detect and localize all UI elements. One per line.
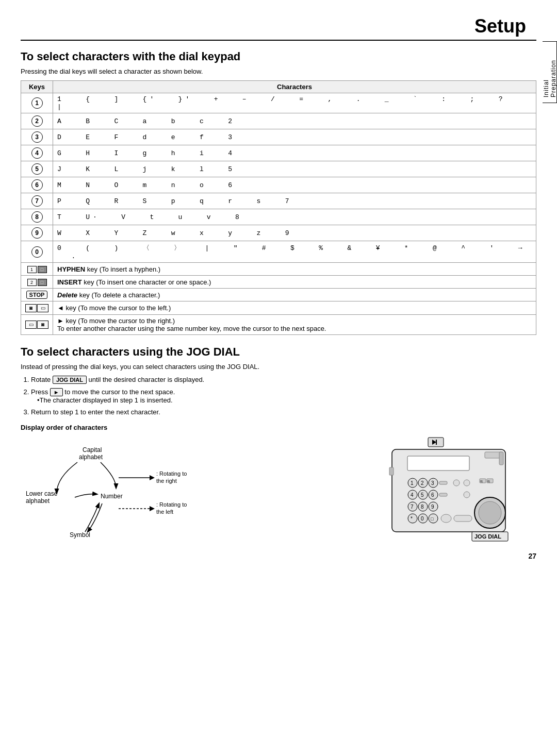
stop-key-icon: STOP — [26, 291, 48, 299]
key-circle-2: 2 — [31, 115, 43, 127]
table-row: ◙ ▭ ◄ key (To move the cursor to the lef… — [21, 301, 536, 315]
chars-cell: 0 ( ) 〈 〉 | " # $ % & ¥ * @ ^ ' → . — [53, 241, 536, 263]
svg-text:2: 2 — [421, 480, 424, 486]
table-row: 7 P Q R S p q r s 7 — [21, 193, 536, 209]
chars-cell: 1 { ] {' }' + – / = , . _ ` : ; ? | — [53, 93, 536, 113]
character-table: Keys Characters 1 1 { ] {' }' + – / = , … — [21, 80, 536, 335]
key-cell: 5 — [21, 161, 53, 177]
page-header: Setup — [21, 10, 536, 41]
svg-point-30 — [464, 480, 470, 486]
device-svg: 1 2 3 0| 0| 4 — [371, 436, 526, 545]
table-row: 2 A B C a b c 2 — [21, 113, 536, 129]
svg-text:the left: the left — [156, 509, 173, 515]
key-cell: 2 □ — [21, 276, 53, 289]
table-row: 1 1 { ] {' }' + – / = , . _ ` : ; ? | — [21, 93, 536, 113]
svg-rect-28 — [439, 481, 447, 484]
svg-rect-20 — [499, 452, 503, 465]
table-row: 0 0 ( ) 〈 〉 | " # $ % & ¥ * @ ^ ' → . — [21, 241, 536, 263]
svg-marker-8 — [150, 506, 155, 511]
svg-point-55 — [441, 514, 451, 523]
svg-text:7: 7 — [411, 504, 414, 510]
svg-text:0|: 0| — [487, 480, 490, 483]
col-header-characters: Characters — [53, 81, 536, 93]
chars-cell: A B C a b c 2 — [53, 113, 536, 129]
svg-text:*: * — [411, 516, 413, 522]
forward-button-label: ► — [50, 388, 63, 396]
table-row: 6 M N O m n o 6 — [21, 177, 536, 193]
svg-text:3: 3 — [431, 480, 434, 486]
key-cell: STOP — [21, 289, 53, 301]
key-cell: 3 — [21, 129, 53, 145]
svg-text:6: 6 — [431, 492, 434, 498]
table-row: 1 □ HYPHEN key (To insert a hyphen.) — [21, 263, 536, 276]
svg-text:Capital: Capital — [83, 446, 102, 453]
col-header-keys: Keys — [21, 81, 53, 93]
steps-list: Rotate JOG DIAL until the desired charac… — [21, 376, 536, 416]
svg-point-29 — [453, 480, 460, 486]
table-row: 9 W X Y Z w x y z 9 — [21, 225, 536, 241]
chars-cell: D E F d e f 3 — [53, 129, 536, 145]
jog-dial-label: JOG DIAL — [53, 376, 87, 384]
step-2-sub: •The character displayed in step 1 is in… — [37, 396, 173, 404]
cycle-diagram-container: Capital alphabet : Rotating to the right… — [21, 436, 351, 550]
svg-text:Symbol: Symbol — [70, 531, 90, 539]
key-circle-8: 8 — [31, 211, 43, 223]
chars-cell: T U· V t u v 8 — [53, 209, 536, 225]
svg-text:0|: 0| — [480, 480, 483, 483]
key-circle-4: 4 — [31, 147, 43, 159]
svg-text:5: 5 — [421, 492, 424, 498]
key-cell: ▭ ◙ — [21, 314, 53, 334]
diagram-area: Capital alphabet : Rotating to the right… — [21, 436, 536, 550]
svg-marker-3 — [150, 475, 155, 480]
chars-cell: ► key (To move the cursor to the right.)… — [53, 314, 536, 334]
key-circle-5: 5 — [31, 163, 43, 175]
chars-cell: P Q R S p q r s 7 — [53, 193, 536, 209]
chars-cell: HYPHEN key (To insert a hyphen.) — [53, 263, 536, 276]
key-circle-0: 0 — [31, 246, 43, 258]
key-cell: ◙ ▭ — [21, 301, 53, 315]
table-row: 3 D E F d e f 3 — [21, 129, 536, 145]
page-wrapper: Setup Initial Preparation To select char… — [0, 0, 557, 570]
key-cell: 6 — [21, 177, 53, 193]
section2-subtitle: Instead of pressing the dial keys, you c… — [21, 363, 536, 371]
chars-cell: W X Y Z w x y z 9 — [53, 225, 536, 241]
section-dial-keypad: To select characters with the dial keypa… — [21, 50, 536, 335]
svg-text:alphabet: alphabet — [26, 497, 50, 505]
table-row: 8 T U· V t u v 8 — [21, 209, 536, 225]
key-cell: 4 — [21, 145, 53, 161]
setup-title: Setup — [474, 15, 526, 37]
svg-text:JOG DIAL: JOG DIAL — [474, 533, 501, 540]
section1-title: To select characters with the dial keypa… — [21, 50, 536, 63]
svg-text:1: 1 — [411, 480, 414, 486]
chars-cell: G H I g h i 4 — [53, 145, 536, 161]
step-2: Press ► to move the cursor to the next s… — [31, 388, 536, 404]
key-circle-7: 7 — [31, 195, 43, 207]
key-cell: 2 — [21, 113, 53, 129]
svg-point-49 — [408, 514, 417, 523]
table-row: 5 J K L j k l 5 — [21, 161, 536, 177]
svg-point-58 — [479, 501, 501, 524]
page-number: 27 — [528, 552, 536, 560]
svg-text:alphabet: alphabet — [79, 453, 103, 461]
svg-rect-19 — [407, 456, 469, 471]
table-row: 4 G H I g h i 4 — [21, 145, 536, 161]
step-3: Return to step 1 to enter the next chara… — [31, 408, 536, 416]
svg-text:9: 9 — [431, 504, 434, 510]
svg-text:: Rotating to: : Rotating to — [156, 471, 187, 477]
key-circle-1: 1 — [31, 97, 43, 109]
svg-text:4: 4 — [411, 492, 414, 498]
svg-text:0: 0 — [421, 516, 424, 522]
chars-cell: J K L j k l 5 — [53, 161, 536, 177]
key-cell: 1 — [21, 93, 53, 113]
section-jog-dial: To select characters using the JOG DIAL … — [21, 345, 536, 550]
svg-text:Number: Number — [101, 493, 123, 500]
chars-cell: M N O m n o 6 — [53, 177, 536, 193]
svg-point-42 — [464, 492, 470, 498]
key-circle-6: 6 — [31, 179, 43, 191]
display-order-title: Display order of characters — [21, 424, 536, 431]
key-cell: 1 □ — [21, 263, 53, 276]
chars-cell: Delete key (To delete a character.) — [53, 289, 536, 301]
key-cell: 9 — [21, 225, 53, 241]
device-illustration: 1 2 3 0| 0| 4 — [371, 436, 536, 550]
key-cell: 0 — [21, 241, 53, 263]
